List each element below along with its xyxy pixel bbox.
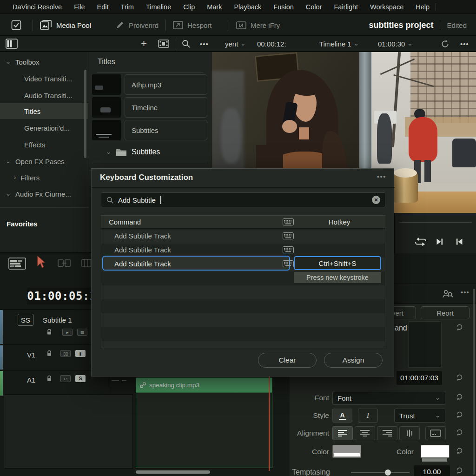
audio-clip[interactable]: speaking clip.mp3 xyxy=(136,377,272,393)
sidebar-item-audio-fx[interactable]: ⌄ Audio Fx Ciurne... xyxy=(0,186,85,202)
text-color-swatch[interactable] xyxy=(332,445,361,458)
align-right-button[interactable] xyxy=(377,426,397,440)
reset-button[interactable] xyxy=(456,323,463,331)
menu-trim[interactable]: Trim xyxy=(115,3,140,11)
hotkey-column-header[interactable]: Hotkey xyxy=(294,218,385,226)
list-item[interactable]: Athp.mp3 xyxy=(92,74,207,95)
track-v1-thumb-button[interactable]: ▮ xyxy=(75,350,86,357)
sidebar-item-audio-transitions[interactable]: Audio Transiti... xyxy=(0,87,85,103)
track-ss-option-button[interactable]: ▦ xyxy=(77,329,87,336)
timeline-select-menu[interactable]: Timeline 1 ⌄ xyxy=(319,36,359,51)
media-pool-button[interactable]: Media Pool xyxy=(40,14,91,36)
assign-button[interactable]: Assign xyxy=(324,353,383,368)
inspector-options-button[interactable]: ••• xyxy=(461,288,469,296)
menu-playback[interactable]: Playback xyxy=(228,3,267,11)
track-a1-lock-button[interactable] xyxy=(46,375,52,382)
track-ss-badge[interactable]: SS xyxy=(18,314,33,326)
timeline-horizontal-scrollbar[interactable] xyxy=(136,470,210,474)
timeline-lane[interactable] xyxy=(4,394,133,469)
tracking-slider[interactable] xyxy=(351,472,410,473)
inspector-scrollbar[interactable] xyxy=(473,289,475,475)
timeline-timecode-menu[interactable]: 01:00:30 ⌄ xyxy=(378,36,412,51)
reset-track-button[interactable]: Reort xyxy=(421,306,469,319)
menu-file[interactable]: File xyxy=(68,3,91,11)
track-a1-loop-button[interactable]: ↩ xyxy=(60,375,71,382)
improve-button[interactable]: Proivenrd xyxy=(115,14,159,36)
list-item[interactable]: Timeline xyxy=(92,97,207,118)
slider-knob[interactable] xyxy=(385,469,391,476)
viewer-options-button[interactable]: ••• xyxy=(460,36,469,51)
sidebar-favorites-header[interactable]: Favorites xyxy=(0,216,85,231)
subtitle-text-area[interactable] xyxy=(408,321,442,368)
snapping-toggle[interactable] xyxy=(11,14,21,36)
menu-fusion[interactable]: Fusion xyxy=(267,3,300,11)
timeline-view-button[interactable] xyxy=(8,257,26,270)
table-row[interactable]: Add Subtitle Track xyxy=(101,243,385,257)
command-column-header[interactable]: Command xyxy=(109,218,141,226)
sidebar-item-effects[interactable]: Effects xyxy=(0,137,85,152)
sidebar-item-filters[interactable]: › Filters xyxy=(0,170,85,185)
align-vertical-button[interactable] xyxy=(399,426,420,440)
search-button[interactable] xyxy=(181,36,191,51)
end-timecode-field[interactable]: 01:00:07:03 xyxy=(397,371,442,385)
playhead[interactable] xyxy=(269,376,270,471)
track-v1-clip-button[interactable]: ▯▯ xyxy=(60,350,71,357)
playhead-timecode[interactable]: 01:00:05:1 xyxy=(27,288,97,304)
audio-clip-body[interactable] xyxy=(136,393,272,468)
menu-workspace[interactable]: Workspace xyxy=(364,3,410,11)
track-ss-lock-button[interactable] xyxy=(46,329,52,335)
list-item[interactable]: Subtitles xyxy=(92,120,207,140)
sidebar-item-toolbox[interactable]: ⌄ Toolbox xyxy=(0,54,85,70)
reset-button[interactable] xyxy=(456,410,463,418)
loop-button[interactable] xyxy=(414,237,427,246)
clip-view-button[interactable] xyxy=(158,36,169,51)
reset-button[interactable] xyxy=(456,466,463,474)
tracking-value-field[interactable]: 10.00 xyxy=(414,465,450,476)
reset-button[interactable] xyxy=(456,393,463,401)
export-button[interactable]: Hesport xyxy=(173,14,212,36)
reset-button[interactable] xyxy=(456,373,463,381)
track-v1-badge[interactable]: V1 xyxy=(27,351,35,359)
sidebar-item-generators[interactable]: Generatiori'd... xyxy=(0,120,85,136)
find-person-button[interactable] xyxy=(442,289,453,298)
italic-button[interactable]: I xyxy=(358,409,378,423)
menu-edit[interactable]: Edit xyxy=(91,3,115,11)
panel-options-button[interactable]: ••• xyxy=(200,36,209,51)
menu-color[interactable]: Color xyxy=(300,3,328,11)
panel-toggle-button[interactable] xyxy=(6,36,18,51)
dialog-options-button[interactable]: ••• xyxy=(377,172,386,180)
track-a1-solo-button[interactable]: S xyxy=(75,375,86,382)
text-box-button[interactable] xyxy=(425,426,446,440)
metadata-button[interactable]: Mere iFry xyxy=(236,14,280,36)
reset-button[interactable] xyxy=(456,447,463,455)
skip-back-button[interactable] xyxy=(455,238,463,245)
align-center-button[interactable] xyxy=(355,426,375,440)
menu-clip[interactable]: Clip xyxy=(177,3,201,11)
track-ss-option-button[interactable]: ▸ xyxy=(62,329,73,336)
menu-mark[interactable]: Mark xyxy=(201,3,228,11)
selection-tool-button[interactable] xyxy=(35,255,46,269)
source-timecode[interactable]: 00:00:12: xyxy=(257,36,286,51)
menu-timeline[interactable]: Timeline xyxy=(140,3,177,11)
sidebar-scrollbar[interactable] xyxy=(84,70,86,158)
align-left-button[interactable] xyxy=(332,426,353,440)
track-ss-name[interactable]: Subtitle 1 xyxy=(43,316,72,324)
skip-forward-button[interactable] xyxy=(436,238,444,245)
viewer-clip-menu[interactable]: yent ⌄ xyxy=(225,36,245,51)
add-bin-button[interactable]: + xyxy=(141,36,147,51)
sidebar-item-video-transitions[interactable]: Video Transiti... xyxy=(0,71,85,86)
background-color-swatch[interactable] xyxy=(421,445,450,458)
trim-mode-button[interactable] xyxy=(58,258,71,268)
subtitles-folder-row[interactable]: ⌄ Subtitles xyxy=(106,145,160,159)
clear-button[interactable]: Clear xyxy=(258,353,317,368)
menu-app[interactable]: DaVinci Resolve xyxy=(7,3,68,11)
sidebar-item-openfx[interactable]: ⌄ Open FX Pases xyxy=(0,153,85,169)
track-v1-lock-button[interactable] xyxy=(46,350,52,357)
hotkey-input-field[interactable]: Ctrl+Shift+S xyxy=(294,256,381,270)
clear-search-button[interactable]: ✕ xyxy=(372,196,380,204)
sync-button[interactable] xyxy=(441,36,450,51)
style-dropdown[interactable]: Trust ⌄ xyxy=(394,409,445,423)
track-a1-badge[interactable]: A1 xyxy=(27,376,35,384)
menu-help[interactable]: Help xyxy=(410,3,436,11)
sidebar-item-titles[interactable]: Titles xyxy=(0,103,88,119)
